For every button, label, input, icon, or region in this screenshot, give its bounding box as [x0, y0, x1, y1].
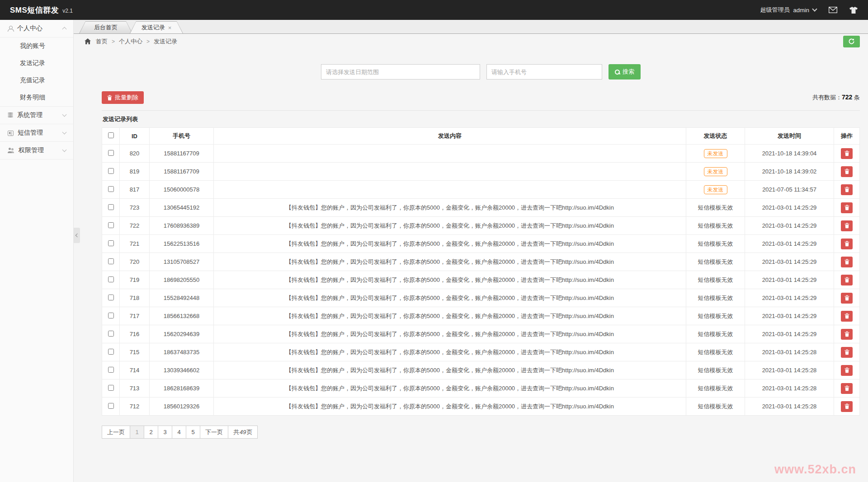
sidebar-item-label: 短信管理 [18, 129, 63, 137]
delete-button[interactable] [841, 383, 853, 394]
chevron-up-icon [62, 27, 67, 32]
row-checkbox[interactable] [108, 385, 114, 391]
cell-status: 短信模板无效 [686, 253, 745, 271]
delete-button[interactable] [841, 311, 853, 322]
delete-button[interactable] [841, 166, 853, 177]
cell-time: 2021-03-01 14:25:28 [745, 379, 834, 398]
cell-id: 714 [120, 361, 150, 379]
row-checkbox[interactable] [108, 168, 114, 174]
trash-icon [844, 241, 849, 247]
user-role: 超级管理员 [760, 6, 790, 14]
cell-status: 短信模板无效 [686, 398, 745, 416]
total-records: 共有数据：722 条 [812, 94, 860, 102]
breadcrumb-item-2[interactable]: 发送记录 [154, 37, 177, 46]
users-icon [8, 148, 14, 153]
cell-time: 2021-03-01 14:25:29 [745, 289, 834, 307]
submenu-item-1[interactable]: 发送记录 [0, 55, 73, 72]
user-menu[interactable]: 超级管理员 admin [760, 6, 816, 14]
col-header-2: 发送内容 [214, 128, 686, 145]
cell-id: 718 [120, 289, 150, 307]
search-button[interactable]: 搜索 [609, 64, 641, 80]
submenu-item-0[interactable]: 我的账号 [0, 37, 73, 55]
tab-0[interactable]: 后台首页 [79, 21, 132, 33]
cell-id: 819 [120, 163, 150, 181]
breadcrumb-item-0[interactable]: 首页 [96, 37, 108, 46]
row-checkbox[interactable] [108, 403, 114, 409]
delete-button[interactable] [841, 275, 853, 285]
app-title: SMS短信群发 [10, 5, 59, 15]
delete-button[interactable] [841, 257, 853, 267]
select-all-checkbox[interactable] [108, 132, 114, 138]
sidebar-item-0[interactable]: 个人中心 [0, 20, 73, 37]
page-number-4[interactable]: 4 [172, 426, 186, 439]
envelope-icon[interactable] [828, 6, 837, 14]
cell-time: 2021-03-01 14:25:29 [745, 271, 834, 289]
page-next-button[interactable]: 下一页 [200, 426, 228, 439]
breadcrumb-item-1[interactable]: 个人中心 [119, 37, 142, 46]
tab-strip: 后台首页 发送记录 × [74, 20, 868, 34]
row-checkbox[interactable] [108, 349, 114, 355]
refresh-button[interactable] [843, 36, 860, 47]
cell-id: 817 [120, 181, 150, 199]
breadcrumb: 首页>个人中心>发送记录 [85, 37, 843, 46]
chevron-down-icon [62, 130, 67, 135]
app-brand: SMS短信群发 v2.1 [10, 5, 73, 15]
page-prev-button[interactable]: 上一页 [102, 426, 130, 439]
cell-status: 未发送 [686, 163, 745, 181]
shirt-icon[interactable] [849, 6, 858, 14]
row-checkbox[interactable] [108, 367, 114, 373]
cell-id: 719 [120, 271, 150, 289]
delete-button[interactable] [841, 293, 853, 304]
table-row: 716 15620294639 【抖友钱包】您的账户，因为公司发福利了，你原本的… [102, 325, 860, 343]
row-checkbox[interactable] [108, 276, 114, 282]
delete-button[interactable] [841, 347, 853, 358]
delete-button[interactable] [841, 184, 853, 195]
table-row: 720 13105708527 【抖友钱包】您的账户，因为公司发福利了，你原本的… [102, 253, 860, 271]
cell-status: 短信模板无效 [686, 325, 745, 343]
sidebar-item-1[interactable]: 系统管理 [0, 107, 73, 124]
cell-phone: 15881167709 [150, 145, 214, 163]
breadcrumb-separator: > [146, 38, 150, 45]
close-icon[interactable]: × [168, 25, 172, 31]
cell-time: 2021-03-01 14:25:29 [745, 235, 834, 253]
page-content: 搜索 批量删除 共有数据：722 条 发送记录列表 [74, 49, 868, 482]
sidebar-item-2[interactable]: 短信管理 [0, 124, 73, 142]
delete-button[interactable] [841, 329, 853, 340]
page-number-3[interactable]: 3 [158, 426, 172, 439]
page-number-2[interactable]: 2 [144, 426, 158, 439]
row-checkbox[interactable] [108, 331, 114, 337]
delete-button[interactable] [841, 401, 853, 412]
delete-button[interactable] [841, 220, 853, 231]
row-checkbox[interactable] [108, 150, 114, 156]
tab-1[interactable]: 发送记录 × [130, 21, 183, 33]
col-header-0: ID [120, 128, 150, 145]
row-checkbox[interactable] [108, 186, 114, 192]
submenu-item-3[interactable]: 财务明细 [0, 89, 73, 106]
page-number-1[interactable]: 1 [130, 426, 144, 439]
row-checkbox[interactable] [108, 222, 114, 228]
delete-button[interactable] [841, 148, 853, 159]
row-checkbox[interactable] [108, 295, 114, 300]
delete-button[interactable] [841, 239, 853, 249]
status-badge: 未发送 [704, 167, 727, 176]
row-checkbox[interactable] [108, 204, 114, 210]
delete-button[interactable] [841, 365, 853, 376]
chevron-down-icon [812, 6, 817, 11]
phone-input[interactable] [486, 64, 602, 80]
submenu-item-2[interactable]: 充值记录 [0, 72, 73, 89]
row-checkbox[interactable] [108, 258, 114, 264]
delete-button[interactable] [841, 202, 853, 213]
page-number-5[interactable]: 5 [186, 426, 200, 439]
cell-id: 820 [120, 145, 150, 163]
status-badge: 未发送 [704, 185, 727, 194]
cell-content [214, 163, 686, 181]
sidebar-item-3[interactable]: 权限管理 [0, 142, 73, 159]
row-checkbox[interactable] [108, 313, 114, 318]
date-range-input[interactable] [321, 64, 480, 80]
trash-icon [844, 331, 849, 337]
batch-delete-button[interactable]: 批量删除 [102, 91, 144, 104]
breadcrumb-bar: 首页>个人中心>发送记录 [74, 34, 868, 49]
cell-status: 短信模板无效 [686, 343, 745, 361]
cell-time: 2021-03-01 14:25:28 [745, 398, 834, 416]
row-checkbox[interactable] [108, 240, 114, 246]
